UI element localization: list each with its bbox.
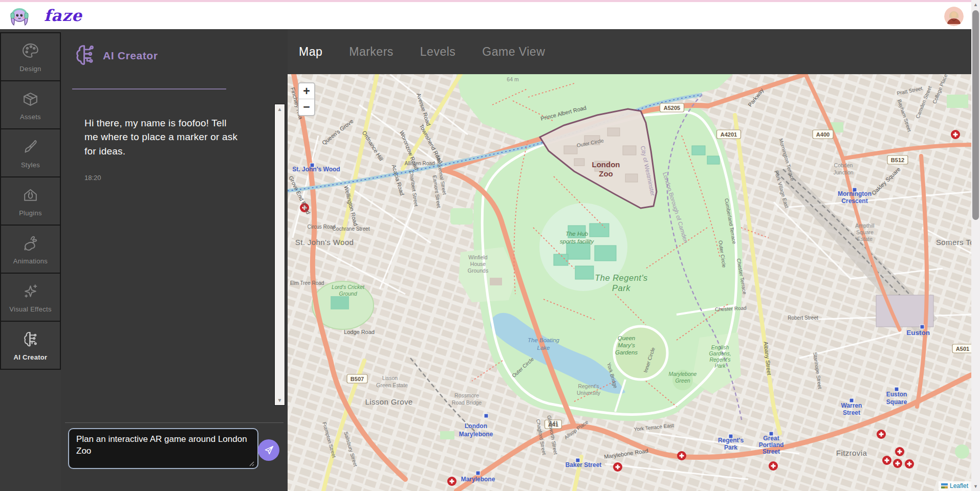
road-badge: A400 bbox=[813, 130, 833, 139]
map-label: Lisson bbox=[382, 375, 398, 381]
user-avatar[interactable] bbox=[944, 7, 964, 26]
zoom-out-button[interactable]: − bbox=[299, 99, 314, 115]
map-label: Gardens, bbox=[709, 350, 731, 356]
tab-map[interactable]: Map bbox=[299, 45, 322, 59]
map-label: Lake bbox=[537, 345, 550, 351]
sidebar-item-visual-effects[interactable]: Visual Effects bbox=[0, 273, 61, 322]
hospital-marker-icon bbox=[882, 456, 891, 465]
tab-game-view[interactable]: Game View bbox=[482, 45, 545, 59]
sidebar-item-styles[interactable]: Styles bbox=[0, 128, 61, 177]
svg-text:A400: A400 bbox=[816, 131, 830, 138]
sidebar-item-plugins[interactable]: Plugins bbox=[0, 176, 61, 226]
chat-scroll-down-icon[interactable]: ▼ bbox=[275, 397, 285, 403]
map-label: Fitzrovia bbox=[836, 449, 867, 457]
leaflet-logo-icon bbox=[941, 483, 948, 488]
map-label: Circus Road bbox=[307, 224, 335, 230]
brush-icon bbox=[21, 138, 40, 157]
map-label: Road Bridge bbox=[452, 399, 482, 406]
sidebar-item-label: Animations bbox=[13, 257, 48, 265]
tab-bar: MapMarkersLevelsGame View bbox=[288, 29, 971, 74]
leaflet-attribution-link[interactable]: Leaflet bbox=[950, 482, 968, 489]
chat-scrollbar[interactable]: ▲ ▼ bbox=[274, 104, 285, 406]
send-button[interactable] bbox=[258, 439, 279, 461]
svg-text:B512: B512 bbox=[891, 157, 904, 163]
scroll-down-icon[interactable]: ▼ bbox=[971, 482, 980, 490]
station-marker bbox=[484, 414, 488, 418]
page-scrollbar-thumb[interactable] bbox=[972, 10, 979, 220]
station-marker bbox=[920, 325, 924, 329]
map-label: Queen bbox=[618, 335, 636, 341]
map-label: The Boating bbox=[528, 337, 560, 343]
map-label: Street bbox=[843, 409, 860, 416]
zoom-in-button[interactable]: + bbox=[299, 83, 314, 99]
box-icon bbox=[21, 90, 40, 108]
chat-scroll-up-icon[interactable]: ▲ bbox=[275, 106, 285, 112]
left-sidebar: DesignAssetsStylesPluginsAnimationsVisua… bbox=[0, 29, 61, 491]
map-label: London bbox=[592, 160, 620, 169]
input-divider bbox=[65, 422, 284, 423]
map-label: Euston bbox=[906, 329, 930, 337]
map-zoom-control: + − bbox=[298, 82, 315, 116]
hospital-marker-icon bbox=[613, 462, 622, 472]
assistant-message: Hi there, my name is foofoo! Tell me whe… bbox=[84, 116, 239, 158]
scroll-up-icon[interactable]: ▲ bbox=[971, 1, 980, 9]
hospital-marker-icon bbox=[447, 477, 456, 486]
textarea-resize-handle[interactable] bbox=[248, 459, 254, 465]
map-label: London bbox=[465, 422, 487, 430]
map-label: 64 m bbox=[507, 76, 519, 82]
map-label: St. John's Wood bbox=[295, 238, 354, 247]
map-label: Cobden bbox=[834, 162, 853, 168]
sidebar-item-design[interactable]: Design bbox=[0, 32, 61, 81]
map-label: Marylebone bbox=[461, 476, 495, 483]
map-label: The Regent's bbox=[595, 273, 648, 282]
map-label: Crescent bbox=[841, 197, 867, 205]
station-marker bbox=[476, 471, 480, 475]
road-badge: B512 bbox=[887, 155, 908, 164]
map-canvas[interactable]: A5205A4201A400B512B507A41A501 Finchley R… bbox=[288, 74, 971, 491]
hospital-marker-icon bbox=[951, 130, 960, 139]
map-basemap: A5205A4201A400B512B507A41A501 Finchley R… bbox=[288, 74, 971, 491]
map-label: A41 bbox=[549, 420, 558, 426]
map-label: Robert Street bbox=[788, 315, 818, 321]
sidebar-item-ai-creator[interactable]: AI Creator bbox=[0, 321, 61, 370]
top-bar: faze bbox=[0, 0, 980, 29]
map-label: The Hub bbox=[565, 231, 589, 237]
map-label: Lisson Grove bbox=[365, 397, 412, 406]
rabbit-icon bbox=[21, 234, 40, 253]
panel-title: AI Creator bbox=[103, 50, 158, 62]
map-label: Square bbox=[886, 398, 907, 406]
page-scrollbar[interactable]: ▲ ▼ bbox=[971, 0, 980, 491]
plugin-icon bbox=[21, 186, 40, 205]
hospital-marker-icon bbox=[905, 459, 914, 468]
sidebar-item-assets[interactable]: Assets bbox=[0, 80, 61, 129]
faze-mascot-logo-icon bbox=[7, 6, 32, 30]
chat-input[interactable]: Plan an interactive AR game around Londo… bbox=[68, 428, 258, 469]
sidebar-item-label: Design bbox=[19, 65, 41, 73]
main-area: MapMarkersLevelsGame View Game is saved … bbox=[288, 29, 971, 491]
road-badge: A501 bbox=[952, 344, 971, 353]
map-label: Park bbox=[714, 363, 726, 369]
map-label: Park bbox=[612, 283, 630, 293]
ai-brain-icon bbox=[21, 330, 40, 349]
sidebar-item-animations[interactable]: Animations bbox=[0, 225, 61, 274]
tab-markers[interactable]: Markers bbox=[349, 45, 394, 59]
map-label: Baker Street bbox=[565, 461, 602, 468]
map-label: Zoo bbox=[599, 169, 613, 178]
sidebar-item-label: Plugins bbox=[19, 209, 42, 217]
map-label: Rossmore bbox=[454, 392, 479, 398]
map-label: Great bbox=[763, 435, 779, 442]
hospital-marker-icon bbox=[893, 459, 902, 468]
map-label: Winfield bbox=[468, 254, 488, 260]
svg-text:A4201: A4201 bbox=[721, 131, 737, 138]
sidebar-item-label: Assets bbox=[20, 113, 41, 121]
tab-levels[interactable]: Levels bbox=[420, 45, 455, 59]
map-label: Ground bbox=[339, 291, 357, 297]
map-label: Cochrane Street bbox=[333, 226, 370, 232]
road-badge: B507 bbox=[347, 374, 367, 383]
map-label: Green bbox=[675, 377, 690, 384]
map-label: Square bbox=[856, 229, 874, 235]
map-label: Lodge Road bbox=[344, 329, 375, 335]
sidebar-item-label: AI Creator bbox=[14, 353, 48, 361]
ai-brain-icon bbox=[72, 42, 98, 68]
hospital-marker-icon bbox=[877, 430, 886, 439]
